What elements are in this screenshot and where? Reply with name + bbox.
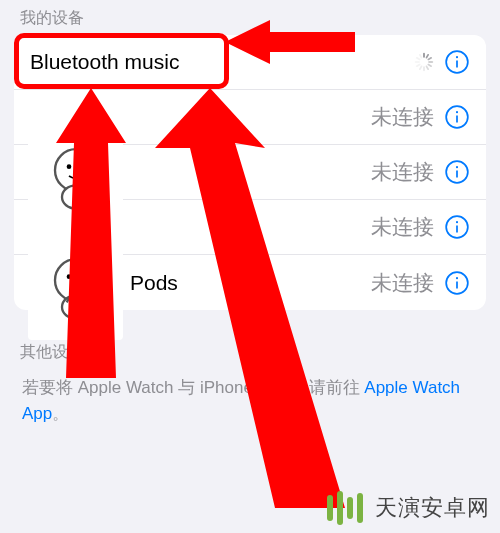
svg-line-11 — [420, 55, 422, 58]
svg-line-8 — [417, 65, 420, 67]
svg-point-26 — [456, 277, 458, 279]
svg-line-4 — [428, 65, 431, 67]
device-status: 未连接 — [371, 213, 434, 241]
watermark-text: 天演安卓网 — [375, 493, 490, 523]
loading-spinner-icon — [414, 52, 434, 72]
loading-spinner-icon — [92, 345, 108, 361]
svg-line-28 — [102, 347, 103, 349]
svg-line-5 — [427, 66, 429, 69]
svg-line-7 — [420, 66, 422, 69]
svg-point-41 — [80, 164, 85, 169]
svg-line-38 — [97, 347, 98, 349]
device-name: Bluetooth music — [30, 50, 414, 74]
svg-line-10 — [417, 58, 420, 60]
sticker-overlay-2 — [28, 232, 123, 340]
svg-point-17 — [456, 111, 458, 113]
svg-rect-52 — [347, 497, 353, 519]
svg-point-14 — [456, 56, 458, 58]
svg-line-31 — [104, 355, 106, 356]
svg-point-23 — [456, 221, 458, 223]
info-icon[interactable] — [444, 49, 470, 75]
info-icon[interactable] — [444, 270, 470, 296]
pairing-help-text: 若要将 Apple Watch 与 iPhone 配对，请前往 Apple Wa… — [0, 369, 500, 432]
cartoon-sticker-icon — [41, 251, 111, 321]
svg-point-46 — [62, 295, 90, 318]
sticker-overlay-1 — [28, 122, 123, 230]
watermark: 天演安卓网 — [325, 489, 490, 527]
svg-point-42 — [62, 185, 90, 208]
svg-point-44 — [66, 274, 71, 279]
my-devices-header: 我的设备 — [0, 0, 500, 35]
svg-point-20 — [456, 166, 458, 168]
device-status: 未连接 — [371, 269, 434, 297]
device-status: 未连接 — [371, 158, 434, 186]
info-icon[interactable] — [444, 104, 470, 130]
svg-line-1 — [427, 55, 429, 58]
svg-line-29 — [104, 349, 106, 350]
svg-rect-51 — [337, 491, 343, 525]
svg-line-37 — [95, 349, 97, 350]
svg-rect-50 — [327, 495, 333, 521]
svg-line-34 — [97, 356, 98, 358]
svg-point-45 — [80, 274, 85, 279]
info-icon[interactable] — [444, 214, 470, 240]
svg-rect-53 — [357, 493, 363, 523]
info-icon[interactable] — [444, 159, 470, 185]
device-status: 未连接 — [371, 103, 434, 131]
svg-line-35 — [95, 355, 97, 356]
svg-line-32 — [102, 356, 103, 358]
svg-line-2 — [428, 58, 431, 60]
svg-point-40 — [66, 164, 71, 169]
device-row-0[interactable]: Bluetooth music — [14, 35, 486, 90]
watermark-logo-icon — [325, 489, 367, 527]
cartoon-sticker-icon — [41, 141, 111, 211]
